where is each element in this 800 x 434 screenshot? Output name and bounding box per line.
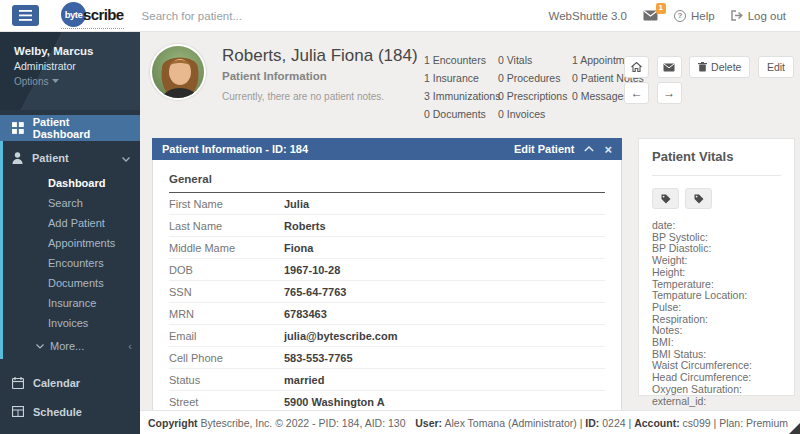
submenu-item-search[interactable]: Search — [0, 194, 140, 214]
corner-widget[interactable] — [789, 423, 800, 434]
vitals-field: Oxygen Saturation: — [652, 384, 781, 396]
unread-count-badge: 1 — [656, 3, 666, 14]
sidebar: Welby, Marcus Administrator Options Pati… — [0, 32, 140, 434]
messages-button[interactable]: 1 — [643, 10, 658, 21]
person-icon — [12, 152, 23, 164]
help-icon: ? — [674, 10, 686, 22]
panel-header: Patient Information - ID: 184 Edit Patie… — [152, 138, 622, 160]
submenu-item-dashboard[interactable]: Dashboard — [0, 174, 140, 194]
help-link[interactable]: ? Help — [674, 10, 715, 22]
submenu-item-more[interactable]: More... ‹ — [0, 336, 140, 356]
tag-button-2[interactable] — [685, 188, 712, 209]
patient-avatar — [150, 44, 206, 100]
user-name: Welby, Marcus — [14, 45, 126, 57]
submenu-item-encounters[interactable]: Encounters — [0, 254, 140, 274]
sidebar-item-telemedicine[interactable]: Telemedicine ‹ — [0, 426, 140, 434]
field-row-ssn: SSN 765-64-7763 — [169, 281, 605, 303]
caret-down-icon — [52, 79, 59, 84]
envelope-icon — [663, 63, 675, 72]
patient-subtitle: Patient Information — [222, 70, 418, 82]
patient-summary: Roberts, Julia Fiona (184) Patient Infor… — [140, 32, 800, 138]
tag-button-1[interactable] — [652, 188, 679, 209]
home-button[interactable] — [624, 56, 649, 78]
logout-icon — [731, 10, 743, 21]
search-input[interactable] — [142, 10, 322, 22]
vitals-field: Height: — [652, 267, 781, 279]
top-bar: byte scribe WebShuttle 3.0 1 ? Help — [0, 0, 800, 32]
patient-counts-grid: 1 Encounters 1 Insurance 3 Immunizations… — [424, 54, 648, 126]
patient-notes-message: Currently, there are no patient notes. — [222, 91, 418, 102]
submenu-item-add-patient[interactable]: Add Patient — [0, 214, 140, 234]
logout-label: Log out — [748, 10, 786, 22]
logout-link[interactable]: Log out — [731, 10, 786, 22]
panel-body: General First Name Julia Last Name Rober… — [152, 160, 622, 410]
sidebar-item-calendar[interactable]: Calendar — [0, 368, 140, 397]
patient-dashboard-label: Patient Dashboard — [33, 116, 128, 140]
main-content: Roberts, Julia Fiona (184) Patient Infor… — [140, 32, 800, 410]
chevron-left-icon: ‹ — [128, 340, 132, 352]
edit-patient-link[interactable]: Edit Patient — [514, 143, 575, 155]
field-row-street: Street 5900 Washington A — [169, 391, 605, 410]
grid-icon — [12, 122, 24, 134]
calendar-icon — [12, 377, 24, 389]
patient-information-panel: Patient Information - ID: 184 Edit Patie… — [152, 138, 622, 410]
previous-patient-button[interactable]: ← — [624, 82, 649, 104]
patient-summary-text: Roberts, Julia Fiona (184) Patient Infor… — [222, 46, 418, 102]
count-immunizations: 3 Immunizations — [424, 90, 490, 108]
message-patient-button[interactable] — [657, 56, 682, 78]
app-version-label: WebShuttle 3.0 — [549, 10, 627, 22]
next-patient-button[interactable]: → — [657, 82, 682, 104]
divider — [652, 175, 781, 176]
patient-menu-label: Patient — [32, 152, 69, 164]
count-invoices: 0 Invoices — [498, 108, 564, 126]
delete-label: Delete — [711, 61, 741, 73]
delete-button[interactable]: Delete — [689, 56, 750, 78]
hamburger-icon — [19, 10, 32, 21]
arrow-right-icon: → — [663, 87, 675, 99]
sidebar-item-patient-dashboard[interactable]: Patient Dashboard — [0, 115, 140, 141]
count-vitals: 0 Vitals — [498, 54, 564, 72]
field-row-status: Status married — [169, 369, 605, 391]
field-row-middle-name: Middle Mame Fiona — [169, 237, 605, 259]
vitals-field: BMI: — [652, 337, 781, 349]
count-encounters: 1 Encounters — [424, 54, 490, 72]
submenu-item-appointments[interactable]: Appointments — [0, 234, 140, 254]
sidebar-item-patient[interactable]: Patient — [0, 145, 140, 171]
sidebar-bottom-group: Calendar Schedule Telemedicine ‹ — [0, 368, 140, 434]
bytescribe-logo[interactable]: byte scribe — [61, 2, 124, 29]
sidebar-item-schedule[interactable]: Schedule — [0, 397, 140, 426]
sidebar-accent-stripe — [0, 141, 3, 359]
home-icon — [631, 62, 642, 72]
vitals-field: Pulse: — [652, 302, 781, 314]
options-label: Options — [14, 76, 48, 87]
count-insurance: 1 Insurance — [424, 72, 490, 90]
section-title-general: General — [169, 173, 605, 193]
collapse-panel-button[interactable] — [584, 146, 594, 152]
submenu-item-invoices[interactable]: Invoices — [0, 314, 140, 334]
close-panel-button[interactable]: × — [604, 143, 612, 156]
hamburger-menu-button[interactable] — [12, 5, 39, 26]
user-options-dropdown[interactable]: Options — [14, 76, 126, 87]
calendar-label: Calendar — [33, 377, 80, 389]
topbar-right: WebShuttle 3.0 1 ? Help Log out — [549, 10, 800, 22]
count-procedures: 0 Procedures — [498, 72, 564, 90]
vitals-title: Patient Vitals — [652, 149, 781, 164]
vitals-field: external_id: — [652, 396, 781, 408]
field-row-dob: DOB 1967-10-28 — [169, 259, 605, 281]
tag-icon — [661, 194, 671, 204]
logo-scribe-text: scribe — [83, 6, 124, 23]
patient-name-heading: Roberts, Julia Fiona (184) — [222, 46, 418, 66]
help-label: Help — [691, 10, 715, 22]
field-row-cell-phone: Cell Phone 583-553-7765 — [169, 347, 605, 369]
panel-title: Patient Information - ID: 184 — [162, 143, 308, 155]
count-prescriptions: 0 Prescriptions — [498, 90, 564, 108]
edit-button[interactable]: Edit — [758, 56, 794, 78]
submenu-item-insurance[interactable]: Insurance — [0, 294, 140, 314]
vitals-field-list: date: BP Systolic: BP Diastolic: Weight:… — [652, 220, 781, 407]
field-row-email: Email julia@bytescribe.com — [169, 325, 605, 347]
close-icon: × — [604, 143, 612, 156]
field-row-last-name: Last Name Roberts — [169, 215, 605, 237]
submenu-item-documents[interactable]: Documents — [0, 274, 140, 294]
content-row: Patient Information - ID: 184 Edit Patie… — [140, 138, 800, 410]
edit-label: Edit — [767, 61, 785, 73]
